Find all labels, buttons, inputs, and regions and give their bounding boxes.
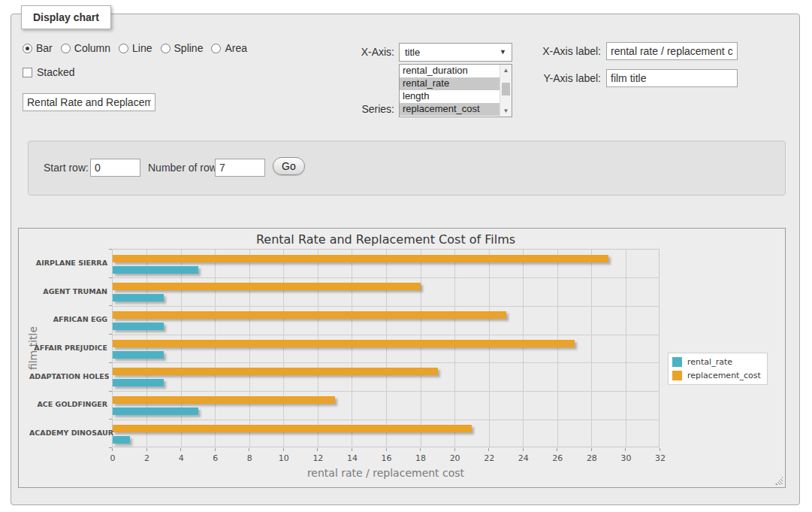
x-tick-label: 10 bbox=[279, 453, 289, 463]
y-category-label: AGENT TRUMAN bbox=[29, 287, 107, 295]
chevron-down-icon: ▼ bbox=[500, 44, 506, 61]
series-option-length[interactable]: length bbox=[400, 90, 500, 103]
y-axis-label-input[interactable] bbox=[606, 69, 738, 87]
x-axis-selected-value: title bbox=[405, 47, 420, 58]
series-option-replacement_cost[interactable]: replacement_cost bbox=[400, 103, 500, 116]
legend-swatch bbox=[672, 357, 682, 367]
chart-type-radios: BarColumnLineSplineArea bbox=[23, 42, 255, 54]
radio-icon[interactable] bbox=[211, 44, 221, 53]
number-of-rows-input[interactable] bbox=[215, 159, 265, 177]
y-tickmark bbox=[109, 277, 112, 278]
bar-rental_rate bbox=[113, 294, 164, 301]
gridline-v bbox=[489, 250, 490, 447]
x-tickmark bbox=[660, 448, 660, 451]
fieldset-legend: Display chart bbox=[21, 5, 111, 29]
series-option-rental_duration[interactable]: rental_duration bbox=[400, 65, 500, 77]
radio-icon[interactable] bbox=[61, 44, 71, 53]
gridline-v bbox=[421, 250, 421, 447]
bar-rental_rate bbox=[113, 379, 164, 386]
x-tickmark bbox=[557, 448, 557, 451]
x-tick-label: 12 bbox=[312, 453, 323, 463]
stacked-label: Stacked bbox=[37, 66, 75, 78]
gridline-v bbox=[386, 250, 387, 447]
legend-item-rental_rate: rental_rate bbox=[672, 357, 761, 367]
radio-icon[interactable] bbox=[161, 44, 171, 53]
scroll-up-icon[interactable]: ▲ bbox=[500, 65, 512, 76]
chart-type-spline[interactable]: Spline bbox=[161, 42, 204, 54]
gridline-v bbox=[146, 250, 147, 447]
x-tickmark bbox=[180, 448, 181, 451]
chart-type-line[interactable]: Line bbox=[119, 42, 152, 54]
gridline-v bbox=[454, 250, 455, 447]
x-tickmark bbox=[112, 448, 113, 451]
radio-icon[interactable] bbox=[23, 44, 32, 53]
stacked-checkbox-row: Stacked bbox=[23, 66, 75, 78]
x-tick-label: 24 bbox=[518, 453, 529, 463]
chart-type-label: Bar bbox=[36, 42, 53, 54]
y-category-label: ACADEMY DINOSAUR bbox=[29, 429, 107, 437]
x-tick-label: 32 bbox=[655, 453, 666, 463]
x-tick-label: 22 bbox=[484, 453, 494, 463]
x-tickmark bbox=[215, 448, 216, 451]
stacked-checkbox[interactable] bbox=[23, 68, 32, 77]
gridline-v bbox=[591, 250, 592, 447]
bar-rental_rate bbox=[113, 323, 164, 330]
x-tickmark bbox=[488, 448, 489, 451]
start-row-input[interactable] bbox=[90, 159, 140, 177]
x-tickmark bbox=[454, 448, 455, 451]
series-option-rental_rate[interactable]: rental_rate bbox=[400, 77, 500, 90]
plot-area bbox=[112, 249, 660, 447]
y-tickmark bbox=[109, 334, 112, 335]
bar-rental_rate bbox=[113, 407, 198, 415]
x-axis-select-label: X-Axis: bbox=[342, 46, 394, 58]
chart-type-label: Line bbox=[132, 42, 152, 54]
x-tickmark bbox=[249, 448, 249, 451]
x-axis-label-caption: X-Axis label: bbox=[530, 45, 601, 57]
bar-rental_rate bbox=[113, 436, 130, 444]
bar-rental_rate bbox=[113, 266, 198, 274]
resize-grip-icon[interactable] bbox=[774, 477, 783, 485]
x-tickmark bbox=[352, 448, 352, 451]
chart-type-bar[interactable]: Bar bbox=[23, 42, 53, 54]
x-tick-label: 0 bbox=[110, 453, 116, 463]
gridline-v bbox=[215, 250, 216, 447]
start-row-label: Start row: bbox=[44, 162, 89, 174]
x-tick-label: 2 bbox=[144, 453, 149, 463]
y-tickmark bbox=[109, 447, 112, 448]
y-category-label: AFRICAN EGG bbox=[29, 315, 107, 323]
x-tick-label: 16 bbox=[382, 453, 392, 463]
x-tickmark bbox=[591, 448, 592, 451]
scroll-down-icon[interactable]: ▼ bbox=[500, 105, 512, 117]
x-tickmark bbox=[523, 448, 524, 451]
go-button[interactable]: Go bbox=[273, 157, 305, 175]
series-scrollbar[interactable]: ▲ ▼ bbox=[500, 65, 512, 117]
radio-icon[interactable] bbox=[119, 44, 128, 53]
gridline-h bbox=[113, 335, 659, 335]
y-category-label: ADAPTATION HOLES bbox=[29, 372, 107, 380]
x-axis-label-input[interactable] bbox=[606, 42, 738, 60]
x-tick-label: 30 bbox=[620, 453, 631, 463]
chart-type-column[interactable]: Column bbox=[61, 42, 110, 54]
x-tickmark bbox=[386, 448, 387, 451]
chart-title-input[interactable] bbox=[23, 93, 155, 111]
legend-item-replacement_cost: replacement_cost bbox=[672, 371, 761, 380]
x-tickmark bbox=[146, 448, 147, 451]
x-tickmark bbox=[283, 448, 284, 451]
gridline-v bbox=[283, 250, 284, 447]
bar-rental_rate bbox=[113, 351, 164, 359]
x-axis-select[interactable]: title ▼ bbox=[399, 43, 512, 62]
x-tick-label: 28 bbox=[587, 453, 597, 463]
gridline-v bbox=[352, 250, 352, 447]
bar-replacement_cost bbox=[113, 255, 608, 262]
gridline-h bbox=[113, 362, 659, 363]
y-category-label: AFFAIR PREJUDICE bbox=[29, 344, 107, 352]
scrollbar-track[interactable] bbox=[500, 76, 512, 105]
series-listbox[interactable]: rental_durationrental_ratelengthreplacem… bbox=[399, 64, 512, 117]
legend-label: replacement_cost bbox=[687, 371, 761, 380]
chart-container: Rental Rate and Replacement Cost of Film… bbox=[18, 228, 786, 488]
chart-type-area[interactable]: Area bbox=[211, 42, 247, 54]
y-category-label: AIRPLANE SIERRA bbox=[29, 259, 107, 267]
scrollbar-thumb[interactable] bbox=[502, 83, 510, 95]
number-of-rows-label: Number of rows: bbox=[148, 162, 225, 174]
gridline-h bbox=[113, 420, 659, 420]
